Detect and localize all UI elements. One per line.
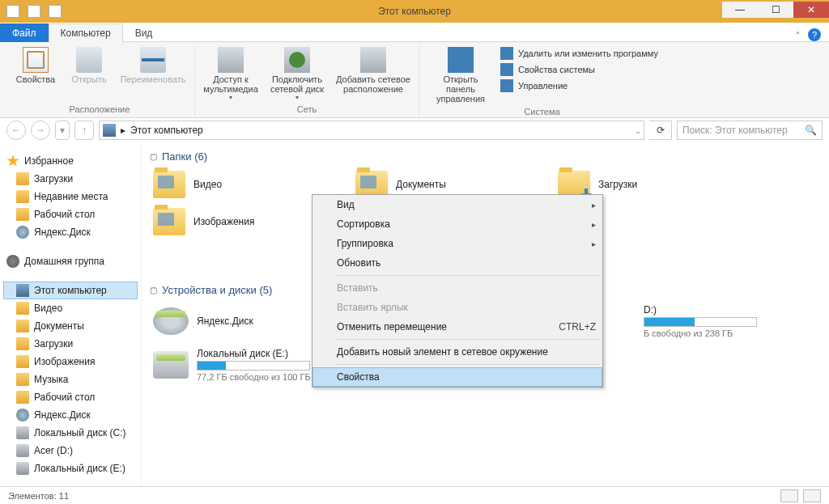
ribbon: Свойства Открыть Переименовать Расположе… (0, 42, 829, 118)
nav-fav-yandex[interactable]: Яндекс.Диск (3, 223, 138, 241)
open-button[interactable]: Открыть (65, 45, 113, 86)
rename-button[interactable]: Переименовать (118, 45, 188, 86)
open-label: Открыть (71, 74, 106, 84)
nav-fav-downloads[interactable]: Загрузки (3, 170, 138, 188)
back-button[interactable]: ← (6, 121, 26, 140)
folder-icon (16, 208, 29, 221)
search-box[interactable]: Поиск: Этот компьютер 🔍 (677, 121, 823, 140)
icons-view-button[interactable] (803, 489, 821, 502)
ctx-group[interactable]: Группировка▸ (312, 234, 602, 253)
nav-pc-desktop[interactable]: Рабочий стол (3, 388, 138, 406)
nav-fav-desktop[interactable]: Рабочий стол (3, 205, 138, 223)
nav-pc-documents[interactable]: Документы (3, 317, 138, 335)
nav-pc-music[interactable]: Музыка (3, 371, 138, 388)
folder-icon (16, 172, 29, 185)
ctx-paste: Вставить (312, 278, 602, 298)
nav-pc-downloads[interactable]: Загрузки (3, 335, 138, 353)
ql-icon-2[interactable] (28, 5, 40, 18)
nav-fav-recent[interactable]: Недавние места (3, 188, 138, 205)
drive-icon (153, 351, 189, 379)
nav-favorites[interactable]: Избранное (3, 152, 138, 170)
window-title: Этот компьютер (0, 6, 829, 17)
tab-view[interactable]: Вид (123, 23, 165, 42)
drive-icon (16, 444, 29, 457)
add-network-button[interactable]: Добавить сетевое расположение (334, 45, 412, 95)
item-count: Элементов: 11 (8, 491, 69, 501)
nav-pc-pictures[interactable]: Изображения (3, 353, 138, 371)
ctx-add-network[interactable]: Добавить новый элемент в сетевое окружен… (312, 342, 602, 362)
ribbon-group-location: Свойства Открыть Переименовать Расположе… (5, 45, 195, 116)
ctx-separator (335, 364, 599, 365)
help-icon[interactable]: ? (808, 28, 821, 41)
maximize-button[interactable]: ☐ (758, 2, 793, 18)
window-controls: — ☐ ✕ (722, 5, 829, 18)
submenu-arrow-icon: ▸ (592, 239, 596, 248)
nav-homegroup[interactable]: Домашняя группа (3, 252, 138, 270)
ribbon-collapse-icon[interactable]: ˄ (796, 31, 800, 40)
ctx-refresh[interactable]: Обновить (312, 253, 602, 273)
map-drive-button[interactable]: Подключить сетевой диск▾ (265, 45, 329, 103)
submenu-arrow-icon: ▸ (592, 220, 596, 229)
submenu-arrow-icon: ▸ (592, 201, 596, 210)
folder-icon (16, 190, 29, 203)
navigation-pane: Избранное Загрузки Недавние места Рабочи… (0, 142, 142, 486)
file-list[interactable]: ▢Папки (6) Видео Документы Загрузки Изоб… (142, 142, 829, 486)
tab-computer[interactable]: Компьютер (49, 23, 123, 42)
address-dropdown-icon[interactable]: ⌵ (636, 126, 640, 135)
system-properties-button[interactable]: Свойства системы (500, 63, 658, 76)
manage-icon (500, 79, 513, 92)
properties-button[interactable]: Свойства (11, 45, 60, 86)
yandex-drive-icon (153, 307, 189, 335)
tab-file[interactable]: Файл (0, 23, 49, 42)
ctx-view[interactable]: Вид▸ (312, 195, 602, 214)
sysprops-label: Свойства системы (518, 65, 595, 74)
pc-icon (16, 284, 29, 297)
dropdown-icon: ▾ (229, 94, 232, 101)
folder-icon (153, 171, 185, 198)
rename-label: Переименовать (121, 74, 186, 84)
ctx-separator (335, 339, 599, 340)
homegroup-icon (6, 255, 19, 268)
nav-pc-video[interactable]: Видео (3, 299, 138, 317)
view-buttons (780, 489, 821, 502)
address-bar[interactable]: ▸ Этот компьютер ⌵ (99, 121, 644, 140)
sysprops-icon (500, 63, 513, 76)
ctx-undo-shortcut: CTRL+Z (559, 321, 596, 332)
minimize-button[interactable]: — (722, 2, 758, 18)
nav-pc-drive-d[interactable]: Acer (D:) (3, 442, 138, 460)
search-placeholder: Поиск: Этот компьютер (682, 125, 788, 136)
forward-button[interactable]: → (31, 121, 50, 140)
navigation-bar: ← → ▾ ↑ ▸ Этот компьютер ⌵ ⟳ Поиск: Этот… (0, 118, 829, 142)
folders-header[interactable]: ▢Папки (6) (150, 147, 821, 166)
media-access-button[interactable]: Доступ к мультимедиа▾ (202, 45, 260, 103)
folder-icon (16, 373, 29, 386)
ql-icon-1[interactable] (6, 5, 19, 18)
close-button[interactable]: ✕ (793, 2, 829, 18)
nav-pc-drive-e[interactable]: Локальный диск (E:) (3, 460, 138, 477)
mapdrive-label: Подключить сетевой диск (266, 74, 328, 94)
ctx-undo[interactable]: Отменить перемещениеCTRL+Z (312, 317, 602, 337)
refresh-button[interactable]: ⟳ (649, 121, 672, 140)
collapse-icon: ▢ (150, 152, 157, 161)
nav-pc-drive-c[interactable]: Локальный диск (C:) (3, 424, 138, 442)
collapse-icon: ▢ (150, 286, 157, 294)
ctx-sort[interactable]: Сортировка▸ (312, 214, 602, 234)
ctx-properties[interactable]: Свойства (312, 367, 602, 387)
uninstall-program-button[interactable]: Удалить или изменить программу (500, 47, 658, 60)
nav-pc-yandex[interactable]: Яндекс.Диск (3, 406, 138, 424)
folder-icon (16, 391, 29, 404)
panel-label: Открыть панель управления (427, 74, 494, 104)
folder-icon (16, 302, 29, 315)
manage-button[interactable]: Управление (500, 79, 658, 92)
folder-icon (16, 337, 29, 350)
control-panel-button[interactable]: Открыть панель управления (426, 45, 495, 105)
folder-icon (153, 208, 185, 235)
group-system-label: Система (524, 105, 559, 118)
title-bar: Этот компьютер — ☐ ✕ (0, 0, 829, 23)
nav-this-pc[interactable]: Этот компьютер (3, 282, 138, 299)
history-button[interactable]: ▾ (55, 121, 70, 140)
ql-icon-3[interactable] (49, 5, 62, 18)
capacity-bar (197, 361, 310, 371)
up-button[interactable]: ↑ (74, 121, 94, 140)
details-view-button[interactable] (780, 489, 798, 502)
